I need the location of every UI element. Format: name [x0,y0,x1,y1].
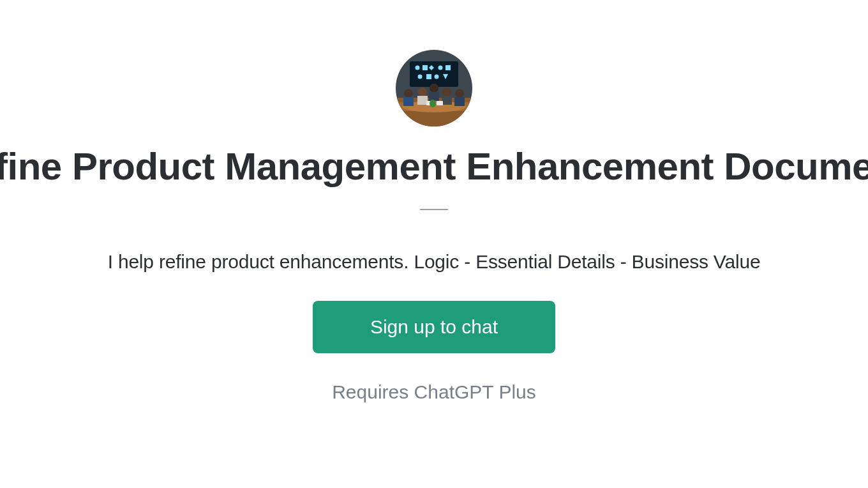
svg-rect-21 [454,97,465,106]
page-subtitle: I help refine product enhancements. Logi… [108,251,761,273]
svg-point-5 [438,66,443,70]
svg-rect-8 [426,74,431,79]
svg-point-16 [430,84,438,93]
page-title: fine Product Management Enhancement Docu… [0,144,868,188]
svg-rect-13 [403,97,414,106]
svg-point-3 [415,66,420,70]
svg-point-12 [404,89,413,98]
svg-rect-19 [442,96,452,105]
svg-point-7 [418,75,423,79]
divider [420,209,448,210]
svg-point-20 [455,89,464,98]
gpt-avatar [396,50,472,126]
requires-text: Requires ChatGPT Plus [332,381,536,403]
svg-rect-17 [429,92,439,101]
svg-point-9 [435,75,439,79]
svg-rect-4 [423,65,428,70]
svg-rect-2 [410,61,458,87]
svg-point-14 [418,88,427,96]
svg-rect-15 [417,96,428,105]
svg-point-24 [430,100,436,107]
meeting-room-icon [396,50,472,126]
svg-rect-23 [437,101,443,105]
signup-button[interactable]: Sign up to chat [313,301,555,353]
svg-point-18 [442,88,451,96]
svg-rect-6 [445,65,451,70]
